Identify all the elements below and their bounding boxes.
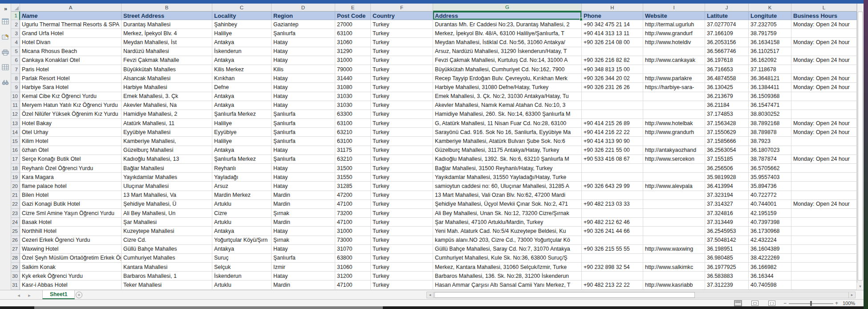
row-header-9[interactable]: 9	[11, 83, 20, 92]
cell-J24[interactable]: 37.313449	[705, 218, 749, 227]
scroll-left-icon[interactable]: ◂	[427, 292, 434, 298]
header-cell-E1[interactable]: Post Code	[335, 12, 371, 20]
cell-B12[interactable]: Hamidiye Mahallesi, 2	[122, 110, 212, 119]
cell-L9[interactable]: Monday: Open 24 hour	[791, 83, 857, 92]
cell-G7[interactable]: Büyükkütah Mahallesi, Cumhuriyet Cd. No:…	[433, 65, 582, 74]
cell-G9[interactable]: Harbiye Mahallesi, 31080 Defne/Hatay, Tu…	[433, 83, 582, 92]
row-header-21[interactable]: 21	[11, 191, 20, 200]
cell-D19[interactable]: Hatay	[272, 173, 335, 182]
cell-F29[interactable]: Turkey	[371, 263, 433, 272]
cell-H20[interactable]: +90 326 643 29 99	[582, 182, 643, 191]
cell-D7[interactable]: Kilis	[272, 65, 335, 74]
cell-F12[interactable]: Turkey	[371, 110, 433, 119]
spreadsheet-icon[interactable]	[2, 18, 9, 25]
row-header-31[interactable]: 31	[11, 281, 20, 289]
cell-C10[interactable]: Antakya	[212, 92, 272, 101]
cell-C6[interactable]: Antakya	[212, 56, 272, 65]
cell-A19[interactable]: Kara Magara	[20, 173, 122, 182]
cell-L22[interactable]: Monday: Open 24 hour	[791, 200, 857, 209]
cell-F24[interactable]: Turkey	[371, 218, 433, 227]
cell-G25[interactable]: Yeni Mah. Ataturk Cad. No:5/4 Kuzeytepe …	[433, 227, 582, 236]
cell-J19[interactable]: 35.9819928	[705, 173, 749, 182]
expand-toolbar-icon[interactable]: »	[2, 5, 9, 12]
cell-B4[interactable]: Meydan Mahallesi, İst	[122, 38, 212, 47]
cell-G14[interactable]: Sarayönü Cad. 916. Sok No 16, Sanliurfa,…	[433, 128, 582, 137]
cell-F3[interactable]: Turkey	[371, 29, 433, 38]
cell-A14[interactable]: Otel Urhay	[20, 128, 122, 137]
cell-G4[interactable]: Meydan Mahallesi, İstiklal Cd. No:56, 31…	[433, 38, 582, 47]
vertical-scrollbar-thumb[interactable]	[858, 12, 863, 281]
cell-C29[interactable]: Selçuk	[212, 263, 272, 272]
cell-A30[interactable]: Kyk erkek Öğrenci Yurdu	[20, 272, 122, 281]
cell-L24[interactable]	[791, 218, 857, 227]
cell-I6[interactable]: http://www.cankayak	[643, 56, 705, 65]
cell-L3[interactable]	[791, 29, 857, 38]
cell-E6[interactable]: 31000	[335, 56, 371, 65]
cell-E3[interactable]: 63100	[335, 29, 371, 38]
cell-K14[interactable]: 38.789878	[749, 128, 791, 137]
zoom-in-button[interactable]: +	[835, 300, 838, 306]
cell-G22[interactable]: Şehidiye Mahallesi, Üçyol Mevkii Çınar S…	[433, 200, 582, 209]
cell-G27[interactable]: Güllü Bahçe Mahallesi, Saray Cd. No:7, 3…	[433, 245, 582, 254]
cell-G19[interactable]: Yayıkdamlar Mahallesi, 31550 Yayladağı/H…	[433, 173, 582, 182]
normal-view-icon[interactable]	[734, 301, 742, 306]
cell-F15[interactable]: Turkey	[371, 137, 433, 146]
cell-F19[interactable]: Turkey	[371, 173, 433, 182]
cell-C7[interactable]: Kilis Merkez	[212, 65, 272, 74]
cell-F23[interactable]: Turkey	[371, 209, 433, 218]
cell-H22[interactable]: +90 482 213 03 33	[582, 200, 643, 209]
cell-D24[interactable]: Mardin	[272, 218, 335, 227]
cell-H23[interactable]	[582, 209, 643, 218]
cell-K17[interactable]: 38.787874	[749, 155, 791, 164]
cell-I16[interactable]: http://antakyaozhand	[643, 146, 705, 155]
cell-J15[interactable]: 37.1585666	[705, 137, 749, 146]
scroll-right-icon[interactable]: ▸	[848, 292, 855, 298]
row-header-27[interactable]: 27	[11, 245, 20, 254]
cell-K19[interactable]: 35.9557403	[749, 173, 791, 182]
cell-I29[interactable]: http://www.salkimkc	[643, 263, 705, 272]
cell-G5[interactable]: Arsuz, Nardüzü Mahallesi, 31290 İskender…	[433, 47, 582, 56]
cell-D23[interactable]: Şırnak	[272, 209, 335, 218]
cell-J8[interactable]: 36.4874558	[705, 74, 749, 83]
cell-D6[interactable]: Hatay	[272, 56, 335, 65]
cell-C22[interactable]: Artuklu	[212, 200, 272, 209]
column-header-J[interactable]: J	[705, 4, 749, 12]
cell-B10[interactable]: Emek Mahallesi, 3. Çk	[122, 92, 212, 101]
cell-D4[interactable]: Hatay	[272, 38, 335, 47]
cell-H18[interactable]	[582, 164, 643, 173]
cell-C20[interactable]: Arsuz	[212, 182, 272, 191]
cell-I10[interactable]	[643, 92, 705, 101]
header-cell-B1[interactable]: Street Address	[122, 12, 212, 20]
cell-B23[interactable]: Ali Bey Mahallesi, Un	[122, 209, 212, 218]
cell-F25[interactable]: Turkey	[371, 227, 433, 236]
cell-A7[interactable]: Paris Hotel	[20, 65, 122, 74]
cell-G24[interactable]: Şar Mahallesi, 47100 Artuklu/Mardin, Tur…	[433, 218, 582, 227]
cell-G31[interactable]: Hasan Ammar Çarşısı Altı Sansal Camii Ya…	[433, 281, 582, 289]
cell-C26[interactable]: Yoğurtçular Köyü/Şırn	[212, 236, 272, 245]
horizontal-scrollbar-thumb[interactable]	[434, 292, 695, 298]
cell-F28[interactable]: Turkey	[371, 254, 433, 263]
cell-E19[interactable]: 31550	[335, 173, 371, 182]
cell-K27[interactable]: 36.1604389	[749, 245, 791, 254]
cell-F6[interactable]: Turkey	[371, 56, 433, 65]
cell-C24[interactable]: Artuklu	[212, 218, 272, 227]
cell-A2[interactable]: Ugurlu Thermal Thermal Resorts & SPA	[20, 20, 122, 29]
cell-H24[interactable]: +90 482 212 62 46	[582, 218, 643, 227]
row-header-23[interactable]: 23	[11, 209, 20, 218]
cell-F26[interactable]: Turkey	[371, 236, 433, 245]
cell-J29[interactable]: 36.1977925	[705, 263, 749, 272]
cell-B18[interactable]: Bağlar Mahallesi	[122, 164, 212, 173]
cell-A29[interactable]: Salkim Konak	[20, 263, 122, 272]
header-cell-F1[interactable]: Country	[371, 12, 433, 20]
cell-I28[interactable]	[643, 254, 705, 263]
cell-E5[interactable]: 31290	[335, 47, 371, 56]
cell-K18[interactable]: 36.5705662	[749, 164, 791, 173]
cell-G16[interactable]: Güzelburç Mahallesi, 31175 Antakya/Hatay…	[433, 146, 582, 155]
cell-D8[interactable]: Hatay	[272, 74, 335, 83]
cell-I4[interactable]: http://www.hoteldiv	[643, 38, 705, 47]
cell-B24[interactable]: Şar Mahallesi	[122, 218, 212, 227]
row-header-24[interactable]: 24	[11, 218, 20, 227]
cell-F18[interactable]: Turkey	[371, 164, 433, 173]
cell-H17[interactable]: +90 533 416 08 67	[582, 155, 643, 164]
cell-I31[interactable]: http://www.kasriabb	[643, 281, 705, 289]
